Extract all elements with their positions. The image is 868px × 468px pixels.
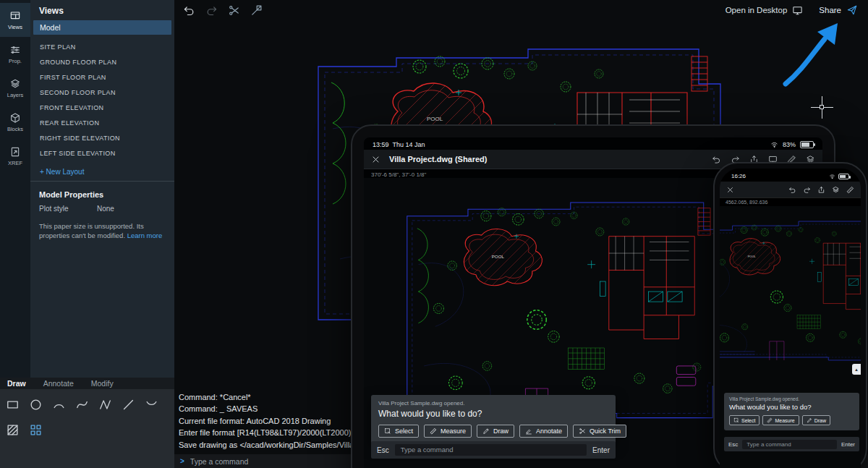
undo-icon: [712, 155, 721, 164]
tab-modify[interactable]: Modify: [82, 379, 122, 388]
esc-key: Esc: [728, 441, 738, 448]
layout-item[interactable]: REAR ELEVATION: [30, 116, 174, 131]
autocad-web-app: Views Prop. Layers Blocks XREF Views Mod…: [0, 0, 868, 468]
scissors-icon: [579, 427, 586, 435]
chip-label: Measure: [775, 418, 794, 423]
toast-question: What would you like to do?: [729, 403, 854, 411]
sidebar-item-label: Layers: [7, 92, 24, 98]
ruler-icon: [767, 417, 773, 423]
layout-item[interactable]: SECOND FLOOR PLAN: [30, 85, 174, 101]
annotation-arrow: [780, 16, 846, 88]
phone-time: 16:26: [731, 173, 746, 179]
layout-item[interactable]: LEFT SIDE ELEVATION: [30, 146, 174, 161]
crosshair-cursor: [811, 96, 833, 119]
phone-toolbar: [720, 182, 861, 198]
layers-icon: [832, 186, 840, 194]
nav-rail: Views Prop. Layers Blocks XREF: [0, 0, 30, 378]
select-icon: [384, 427, 391, 435]
phone-screen: 16:26 4562.065, 892.636: [720, 169, 861, 468]
sidebar-item-layers[interactable]: Layers: [0, 71, 30, 105]
line-tool-icon[interactable]: [122, 398, 135, 412]
plot-style-label: Plot style: [39, 205, 97, 213]
share-button[interactable]: Share: [819, 4, 858, 16]
redo-icon: [803, 186, 811, 194]
spline-tool-icon[interactable]: [75, 398, 89, 412]
toast-actions: Select Measure Draw: [729, 415, 854, 425]
layout-item[interactable]: FIRST FLOOR PLAN: [30, 70, 174, 85]
array-tool-icon[interactable]: [29, 423, 43, 437]
sidebar-item-properties[interactable]: Prop.: [0, 37, 30, 71]
tablet-battery-percent: 83%: [783, 141, 796, 148]
phone-command-input: Type a command: [742, 440, 837, 449]
layout-item[interactable]: RIGHT SIDE ELEVATION: [30, 131, 174, 146]
properties-icon: [9, 44, 21, 56]
chip-label: Measure: [441, 427, 466, 435]
polyline-tool-icon[interactable]: [98, 398, 112, 412]
measure-button: Measure: [762, 415, 799, 425]
chip-label: Annotate: [536, 427, 562, 435]
trim-icon[interactable]: [228, 4, 240, 17]
plot-style-row: Plot style None: [30, 205, 174, 213]
sidebar-item-xref[interactable]: XREF: [0, 139, 30, 173]
tablet-toast: Villa Project Sample.dwg opened. What wo…: [371, 395, 616, 444]
arc-tool-icon[interactable]: [52, 398, 66, 412]
measure-button: Measure: [424, 425, 472, 438]
undo-icon[interactable]: [183, 4, 195, 17]
new-layout-button[interactable]: + New Layout: [30, 163, 174, 182]
phone-mockup: 16:26 4562.065, 892.636: [713, 162, 867, 468]
close-icon: [726, 186, 734, 194]
layers-icon: [9, 78, 21, 90]
select-button: Select: [378, 425, 419, 438]
villa-site-plan-drawing: [401, 197, 728, 422]
toast-question: What would you like to do?: [378, 409, 608, 419]
canvas-toolbar-right: Open in Desktop Share: [726, 4, 858, 16]
phone-command-bar: Esc Type a command Enter: [724, 437, 859, 451]
hatch-tool-icon[interactable]: [6, 423, 20, 437]
redo-icon[interactable]: [205, 4, 218, 17]
chip-label: Select: [741, 418, 755, 423]
tab-draw[interactable]: Draw: [0, 379, 35, 388]
select-icon: [733, 417, 739, 423]
pencil-icon: [482, 427, 490, 435]
export-icon: [817, 186, 825, 194]
command-input[interactable]: [189, 456, 351, 467]
extend-icon[interactable]: [250, 4, 263, 17]
sidebar-item-blocks[interactable]: Blocks: [0, 105, 30, 139]
sidebar-item-views[interactable]: Views: [0, 3, 30, 37]
toast-actions: Select Measure Draw Annotate Quick Trim: [378, 425, 608, 438]
battery-icon: [800, 141, 814, 148]
xref-icon: [9, 146, 21, 158]
wifi-icon: [829, 173, 835, 179]
layout-item[interactable]: SITE PLAN: [30, 40, 174, 55]
tablet-document-title: Villa Project.dwg (Shared): [389, 155, 488, 163]
view-item-model[interactable]: Model: [33, 20, 171, 35]
wifi-icon: [770, 140, 778, 148]
circle-tool-icon[interactable]: [29, 398, 43, 412]
quick-trim-button: Quick Trim: [573, 425, 626, 438]
tablet-command-bar: Esc Type a command Enter: [371, 441, 616, 459]
close-icon: [371, 155, 380, 164]
layout-list: SITE PLAN GROUND FLOOR PLAN FIRST FLOOR …: [30, 40, 174, 161]
rectangle-tool-icon[interactable]: [6, 398, 20, 412]
draw-button: Draw: [802, 415, 830, 425]
desktop-monitor-icon: [792, 5, 803, 16]
measure-icon: [846, 186, 854, 194]
command-prompt-chevron-icon: >: [180, 457, 184, 465]
sidebar-item-label: Blocks: [7, 126, 23, 132]
layout-item[interactable]: GROUND FLOOR PLAN: [30, 55, 174, 70]
ruler-icon: [430, 427, 437, 435]
tab-annotate[interactable]: Annotate: [35, 379, 82, 388]
panel-expand-tab: ▲: [852, 364, 861, 375]
sidebar-item-label: XREF: [8, 160, 22, 166]
layout-item[interactable]: FRONT ELEVATION: [30, 101, 174, 116]
learn-more-link[interactable]: Learn more: [127, 231, 163, 239]
phone-toolbar-icons: [788, 186, 854, 194]
toast-message: Villa Project Sample.dwg opened.: [729, 396, 854, 401]
enter-key: Enter: [592, 446, 610, 454]
open-in-desktop-button[interactable]: Open in Desktop: [726, 5, 804, 16]
annotate-icon: [525, 427, 532, 435]
blocks-icon: [9, 112, 21, 124]
arc-flipped-tool-icon[interactable]: [145, 398, 158, 412]
share-label: Share: [819, 6, 841, 14]
open-in-desktop-label: Open in Desktop: [726, 6, 788, 14]
